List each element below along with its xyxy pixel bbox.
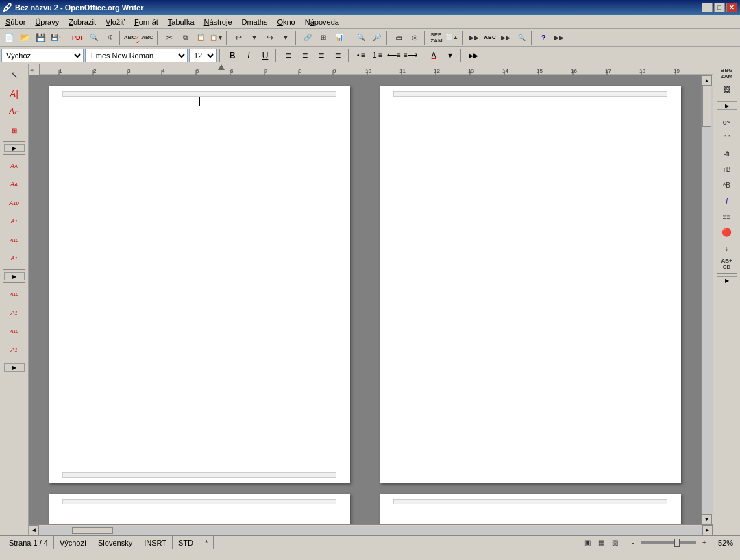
spellcheck-button[interactable]: ABC✓	[124, 30, 139, 45]
char-bkg-btn[interactable]: BBGZAM	[714, 66, 740, 81]
char-info-btn[interactable]: i	[714, 193, 740, 208]
undo-button[interactable]: ↩	[231, 30, 246, 45]
save-remote-button[interactable]: 💾↑	[49, 30, 64, 45]
menu-format[interactable]: Formát	[130, 16, 162, 27]
more-toolbar-btn[interactable]: ▶▶	[467, 30, 482, 45]
menu-insert[interactable]: Vložiť	[101, 16, 129, 27]
datasources-button[interactable]: 🗃	[391, 30, 406, 45]
close-button[interactable]: ✕	[726, 3, 737, 12]
insert-mode[interactable]: INSRT	[138, 536, 173, 549]
scroll-track[interactable]	[702, 86, 713, 514]
char-gallery-btn[interactable]: 🖼	[714, 82, 740, 97]
align-right-button[interactable]: ≡	[314, 48, 329, 63]
char-more1-btn[interactable]: ▶	[717, 101, 737, 110]
more-tools3-button[interactable]: ▶	[4, 363, 25, 372]
more-fmt-btn[interactable]: ▶▶	[466, 48, 481, 63]
spellcheck2-button[interactable]: ABC	[482, 30, 497, 45]
font-color-dropdown[interactable]: ▼	[443, 48, 458, 63]
list-ordered-button[interactable]: 1 ≡	[370, 48, 385, 63]
print-button[interactable]: 🖨	[102, 30, 117, 45]
more-tools-button[interactable]: ▶	[4, 144, 25, 152]
char-quotes-btn[interactable]: " "	[714, 130, 740, 145]
fontsize-tool-8[interactable]: A1	[5, 304, 23, 321]
char-lines-btn[interactable]: ≡≡	[714, 209, 740, 224]
view-mode-3-btn[interactable]: ▧	[608, 537, 621, 548]
hscroll-thumb[interactable]	[72, 527, 113, 534]
char-fi-btn[interactable]: -fi	[714, 146, 740, 161]
undo-dropdown-button[interactable]: ▼	[247, 30, 262, 45]
help-button[interactable]: ?	[536, 30, 551, 45]
fontsize-tool-7[interactable]: A10	[5, 285, 23, 303]
char-uparrow-btn[interactable]: ↑B	[714, 162, 740, 177]
paste-special-button[interactable]: 📋▼	[209, 30, 224, 45]
underline-button[interactable]: U	[258, 48, 273, 63]
align-center-button[interactable]: ≡	[297, 48, 312, 63]
std-mode[interactable]: STD	[173, 536, 199, 549]
redo-button[interactable]: ↪	[262, 30, 278, 45]
zoom-slider[interactable]	[641, 541, 696, 544]
print-preview-button[interactable]: 🔍	[86, 30, 101, 45]
table-insert-side-button[interactable]: ⊞	[5, 121, 23, 139]
zoom-out-button[interactable]: -	[628, 538, 639, 548]
char-tilde-btn[interactable]: o~	[714, 114, 740, 130]
copy-button[interactable]: ⧉	[177, 30, 193, 45]
italic-button[interactable]: I	[241, 48, 256, 63]
table-button[interactable]: ⊞	[316, 30, 331, 45]
styles-button[interactable]: SPEZAM	[429, 30, 444, 45]
chart-button[interactable]: 📊	[332, 30, 347, 45]
char-more2-btn[interactable]: ▶	[717, 276, 737, 284]
font-color-button[interactable]: A	[426, 48, 441, 63]
redo-dropdown-button[interactable]: ▼	[278, 30, 293, 45]
save-button[interactable]: 💾	[33, 30, 48, 45]
menu-help[interactable]: Nápoveda	[301, 16, 343, 27]
menu-edit[interactable]: Úpravy	[31, 16, 63, 27]
list-unordered-button[interactable]: • ≡	[354, 48, 369, 63]
text-frame-tool-button[interactable]: A⌐	[5, 103, 23, 121]
open-button[interactable]: 📂	[17, 30, 32, 45]
menu-tools[interactable]: Nástroje	[200, 16, 236, 27]
char-down-btn[interactable]: ↓	[714, 241, 740, 256]
scroll-up-button[interactable]: ▲	[702, 75, 712, 86]
fontsize-tool-5[interactable]: A10	[5, 231, 23, 249]
menu-dmaths[interactable]: Dmaths	[238, 16, 272, 27]
hscroll-left-button[interactable]: ◄	[29, 525, 39, 535]
document-pages-area[interactable]	[29, 75, 701, 524]
fontsize-tool-6[interactable]: A1	[5, 249, 23, 267]
font-select[interactable]: Times New Roman	[85, 49, 188, 62]
find-button[interactable]: 🔍	[354, 30, 369, 45]
menu-table[interactable]: Tabuľka	[164, 16, 199, 27]
new-button[interactable]: 📄	[1, 30, 16, 45]
export-pdf-button[interactable]: PDF	[71, 30, 86, 45]
cut-button[interactable]: ✂	[162, 30, 177, 45]
increase-indent-button[interactable]: ≡⟶	[403, 48, 418, 63]
char-superb-btn[interactable]: ᴬB	[714, 178, 740, 193]
navigator-button[interactable]: ◎	[407, 30, 422, 45]
fontsize-tool-2[interactable]: AA	[5, 175, 23, 193]
fontsize-tool-3[interactable]: A10	[5, 194, 23, 212]
fontsize-tool-9[interactable]: A10	[5, 322, 23, 340]
more2-toolbar-btn[interactable]: ▶▶	[498, 30, 513, 45]
menu-file[interactable]: Súbor	[1, 16, 29, 27]
zoom-button[interactable]: 🔍	[514, 30, 529, 45]
hyperlink-button[interactable]: 🔗	[300, 30, 315, 45]
maximize-button[interactable]: □	[714, 3, 725, 12]
autocorrect-button[interactable]: ABC	[140, 30, 155, 45]
gallery-button[interactable]: ⬜▲	[445, 30, 460, 45]
view-mode-2-btn[interactable]: ▦	[595, 537, 607, 548]
char-red-circle-btn[interactable]: 🔴	[714, 225, 740, 240]
minimize-button[interactable]: ─	[702, 3, 713, 12]
hscroll-right-button[interactable]: ►	[702, 525, 713, 535]
menu-view[interactable]: Zobrazit	[64, 16, 100, 27]
fontsize-tool-4[interactable]: A1	[5, 212, 23, 230]
align-left-button[interactable]: ≡	[281, 48, 296, 63]
more-tools2-button[interactable]: ▶	[4, 272, 25, 280]
hscroll-track[interactable]	[39, 526, 702, 535]
paste-button[interactable]: 📋	[193, 30, 208, 45]
view-mode-1-btn[interactable]: ▣	[581, 537, 593, 548]
scroll-thumb[interactable]	[702, 86, 711, 127]
scroll-down-button[interactable]: ▼	[702, 514, 712, 524]
char-ab-cd-btn[interactable]: AB+CD	[714, 256, 740, 271]
align-justify-button[interactable]: ≡	[330, 48, 345, 63]
menu-window[interactable]: Okno	[273, 16, 299, 27]
zoom-slider-thumb[interactable]	[674, 539, 680, 547]
